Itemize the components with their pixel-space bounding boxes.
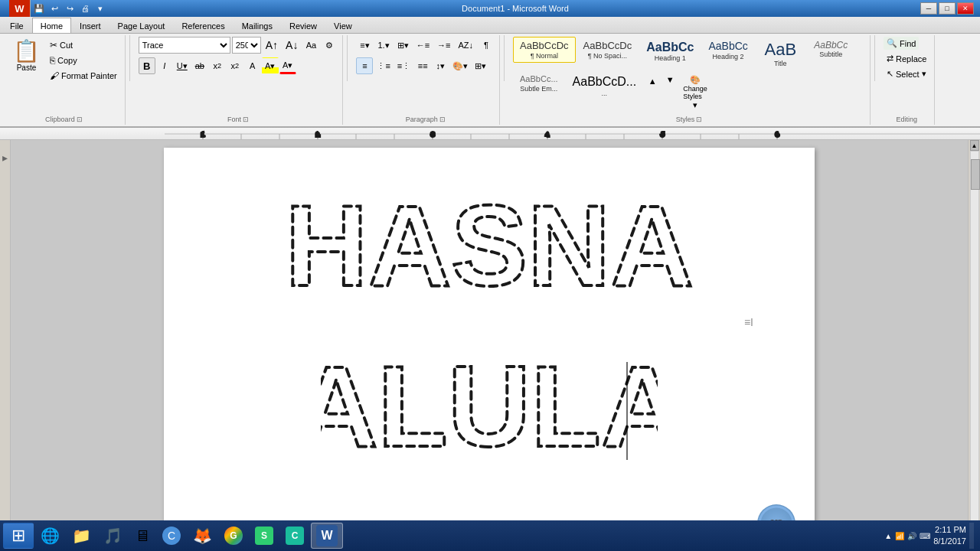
style-heading2[interactable]: AaBbCc Heading 2 [701, 37, 754, 64]
grow-font-button[interactable]: A↑ [263, 37, 281, 54]
taskbar-chrome[interactable]: G [219, 523, 248, 549]
select-button[interactable]: ↖ Select ▾ [884, 67, 929, 80]
bold-button[interactable]: B [139, 57, 155, 74]
italic-button[interactable]: I [156, 57, 173, 74]
numbering-button[interactable]: 1.▾ [374, 37, 392, 54]
format-painter-button[interactable]: 🖌 Format Painter [47, 69, 120, 83]
tab-mailings[interactable]: Mailings [234, 18, 281, 33]
copy-button[interactable]: ⎘ Copy [47, 54, 120, 67]
taskbar-explorer[interactable]: 📁 [67, 523, 96, 549]
text-effects-button[interactable]: A [244, 57, 261, 74]
style-more[interactable]: AaBbCcD... ... [566, 71, 644, 99]
style-title[interactable]: AaB Title [756, 37, 805, 70]
style-normal[interactable]: AaBbCcDc ¶ Normal [513, 37, 576, 63]
quick-access-toolbar: W 💾 ↩ ↪ 🖨 ▾ [6, 0, 110, 17]
styles-expand-icon[interactable]: ⊡ [696, 116, 702, 123]
justify-button[interactable]: ≡≡ [414, 57, 431, 74]
decrease-indent-button[interactable]: ←≡ [413, 37, 433, 54]
font-size-select[interactable]: 250 [232, 37, 261, 54]
clipboard-expand-icon[interactable]: ⊡ [77, 116, 83, 123]
scroll-up-button[interactable]: ▲ [970, 140, 979, 151]
shrink-font-button[interactable]: A↓ [283, 37, 301, 54]
tab-insert[interactable]: Insert [71, 18, 109, 33]
tab-file[interactable]: File [2, 18, 32, 33]
document-page[interactable]: HASNA ALULA m [164, 148, 815, 551]
scroll-track [970, 151, 979, 547]
replace-button[interactable]: ⇄ Replace [884, 52, 929, 65]
paste-button[interactable]: 📋 Paste [8, 37, 45, 76]
taskbar-app1[interactable]: C [157, 523, 186, 549]
svg-text:5: 5 [661, 131, 665, 138]
align-right-button[interactable]: ≡⋮ [394, 57, 413, 74]
taskbar-ie[interactable]: 🌐 [35, 523, 65, 549]
style-no-spacing[interactable]: AaBbCcDc ¶ No Spaci... [577, 37, 639, 63]
highlight-button[interactable]: A▾ [262, 57, 279, 74]
find-button[interactable]: 🔍 Find [884, 37, 919, 50]
close-button[interactable]: ✕ [957, 2, 974, 15]
style-nospacing-label: ¶ No Spaci... [588, 52, 627, 60]
font-name-select[interactable]: Trace [139, 37, 230, 54]
styles-scroll-up[interactable]: ▲ [644, 73, 661, 90]
styles-scroll-down[interactable]: ▼ [662, 71, 678, 88]
text-line-1-svg: HASNA [283, 186, 696, 308]
style-title-preview: AaB [764, 40, 796, 60]
tab-view[interactable]: View [325, 18, 361, 33]
clipboard-label: Clipboard ⊡ [45, 116, 83, 123]
svg-text:1: 1 [201, 131, 205, 138]
subscript-button[interactable]: x2 [209, 57, 226, 74]
increase-indent-button[interactable]: →≡ [434, 37, 453, 54]
taskbar-media[interactable]: 🎵 [98, 523, 128, 549]
font-expand-icon[interactable]: ⊡ [243, 116, 249, 123]
cut-button[interactable]: ✂ Cut [47, 38, 120, 52]
style-heading1[interactable]: AaBbCc Heading 1 [639, 37, 701, 65]
tab-review[interactable]: Review [281, 18, 325, 33]
save-quick-btn[interactable]: 💾 [32, 2, 46, 15]
print-quick-btn[interactable]: 🖨 [78, 2, 92, 15]
line-spacing-button[interactable]: ↕▾ [432, 57, 449, 74]
align-center-button[interactable]: ⋮≡ [374, 57, 393, 74]
paragraph-expand-icon[interactable]: ⊡ [439, 116, 446, 123]
text-line-2-svg: ALULA [321, 347, 658, 469]
multilevel-button[interactable]: ⊞▾ [394, 37, 412, 54]
tab-page-layout[interactable]: Page Layout [109, 18, 174, 33]
maximize-button[interactable]: □ [939, 2, 956, 15]
app2-icon: S [255, 527, 273, 545]
taskbar-app2[interactable]: S [250, 523, 279, 549]
style-subtitle[interactable]: AaBbCc Subtitle [806, 37, 856, 61]
taskbar-firefox[interactable]: 🦊 [188, 523, 217, 549]
styles-group: AaBbCcDc ¶ Normal AaBbCcDc ¶ No Spaci...… [508, 35, 871, 125]
office-button[interactable]: W [9, 0, 31, 17]
clear-format-button[interactable]: Aa [302, 37, 319, 54]
font-color-button[interactable]: A▾ [279, 57, 296, 74]
tab-home[interactable]: Home [32, 18, 71, 33]
right-panel: ▲ ▼ [968, 140, 980, 551]
strikethrough-button[interactable]: ab [191, 57, 208, 74]
superscript-button[interactable]: x2 [227, 57, 243, 74]
sort-button[interactable]: AZ↓ [455, 37, 476, 54]
customize-quick-btn[interactable]: ▾ [93, 2, 107, 15]
shading-button[interactable]: 🎨▾ [449, 57, 471, 74]
document-area[interactable]: HASNA ALULA m [11, 140, 968, 551]
show-desktop-button[interactable] [969, 523, 974, 549]
font-dialog-button[interactable]: ⚙ [321, 37, 338, 54]
tray-arrow[interactable]: ▲ [884, 532, 892, 540]
redo-quick-btn[interactable]: ↪ [63, 2, 77, 15]
tab-references[interactable]: References [173, 18, 233, 33]
minimize-button[interactable]: ─ [920, 2, 937, 15]
align-left-button[interactable]: ≡ [356, 57, 373, 74]
style-subtle-em[interactable]: AaBbCc... Subtle Em... [513, 71, 565, 95]
tray-volume: 🔊 [907, 532, 916, 540]
start-button[interactable]: ⊞ [3, 523, 34, 549]
taskbar-clock[interactable]: 2:11 PM 8/1/2017 [933, 524, 966, 548]
undo-quick-btn[interactable]: ↩ [47, 2, 61, 15]
change-styles-button[interactable]: 🎨 ChangeStyles ▾ [679, 71, 711, 114]
borders-button[interactable]: ⊞▾ [472, 57, 489, 74]
taskbar-app3[interactable]: C [280, 523, 309, 549]
taskbar-word[interactable]: W [311, 523, 343, 549]
underline-button[interactable]: U▾ [174, 57, 191, 74]
bullets-button[interactable]: ≡▾ [356, 37, 373, 54]
show-marks-button[interactable]: ¶ [478, 37, 495, 54]
taskbar-display[interactable]: 🖥 [129, 523, 155, 549]
scroll-thumb[interactable] [971, 159, 980, 190]
tray-network: 📶 [895, 532, 904, 540]
